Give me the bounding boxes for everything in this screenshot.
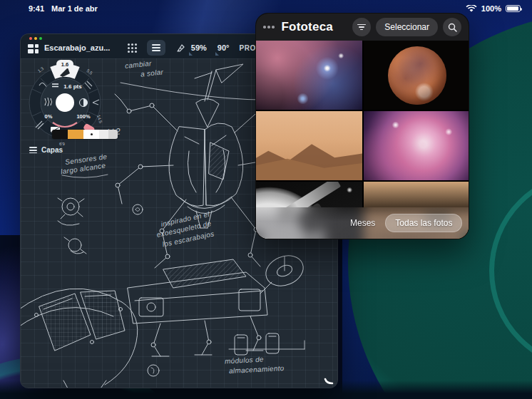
window-more-icon[interactable] (263, 26, 275, 28)
layers-icon (29, 145, 37, 155)
pen-nib-icon (175, 43, 186, 53)
layers-label: Capas (41, 146, 63, 154)
battery-percent: 100% (481, 4, 501, 13)
close-window-icon[interactable] (29, 37, 32, 40)
filter-button[interactable] (352, 18, 371, 36)
dot-grid-icon (128, 43, 137, 53)
wifi-icon (466, 5, 477, 13)
view-segmented-control: Meses Todas las fotos (347, 214, 462, 232)
document-title[interactable]: Escarabajo_azu... (44, 43, 110, 52)
status-date: Mar 1 de abr (51, 4, 98, 13)
precision-grid-button[interactable] (123, 40, 141, 56)
stroke-size-label[interactable]: 1.6 pts (63, 83, 82, 90)
ring-label-3: 14.5 (96, 114, 103, 124)
filter-lines-icon (357, 23, 366, 32)
mars-globe (388, 46, 446, 105)
rotation-button[interactable]: 90° (217, 42, 230, 53)
layers-button[interactable]: Capas (25, 143, 67, 157)
minimize-window-icon[interactable] (34, 37, 37, 40)
photo-orion-nebula[interactable] (364, 111, 469, 180)
swatch-black[interactable] (52, 130, 68, 139)
select-button[interactable]: Seleccionar (376, 18, 438, 36)
photo-planet-mars[interactable] (364, 41, 469, 110)
window-controls[interactable] (29, 37, 42, 40)
window-resize-handle[interactable] (323, 373, 336, 385)
photos-footer-bar: Meses Todas las fotos (256, 207, 469, 239)
swatch-light-gray[interactable] (99, 130, 108, 139)
photo-nebula-horsehead[interactable] (256, 41, 362, 110)
ipad-screen: 9:41 Mar 1 de abr 100% Escarabajo_azu... (0, 0, 532, 399)
stacked-lines-icon (152, 43, 160, 53)
swatch-gray[interactable] (108, 130, 118, 139)
tab-months[interactable]: Meses (347, 214, 378, 232)
vector-nib-button[interactable] (171, 40, 190, 56)
photos-app-window: Fototeca Seleccionar (255, 13, 469, 239)
layers-panel-button[interactable] (147, 40, 165, 56)
photo-mars-desert-hills[interactable] (256, 111, 362, 180)
status-time: 9:41 (29, 4, 44, 13)
ring-label-1: 1.3 (37, 66, 45, 73)
search-button[interactable] (443, 18, 461, 36)
photos-title: Fototeca (282, 20, 333, 34)
swatch-amber[interactable] (68, 130, 83, 139)
zoom-level-button[interactable]: 59% (190, 42, 208, 53)
pro-badge-button[interactable]: PRO (239, 44, 255, 52)
color-puck[interactable] (56, 93, 74, 112)
color-palette[interactable] (52, 130, 118, 139)
opacity-value[interactable]: 0% (45, 113, 53, 120)
search-icon (448, 23, 457, 32)
status-bar: 9:41 Mar 1 de abr 100% (0, 0, 532, 17)
tab-all-photos[interactable]: Todas las fotos (385, 214, 462, 232)
stroke-size-badge: 1.6 (61, 61, 68, 68)
fullscreen-window-icon[interactable] (39, 37, 42, 40)
battery-icon (506, 5, 521, 12)
swatch-white-selected[interactable] (83, 130, 99, 139)
pressure-value[interactable]: 100% (76, 113, 91, 120)
photos-header: Fototeca Seleccionar (256, 14, 469, 41)
gallery-icon[interactable] (28, 44, 39, 53)
